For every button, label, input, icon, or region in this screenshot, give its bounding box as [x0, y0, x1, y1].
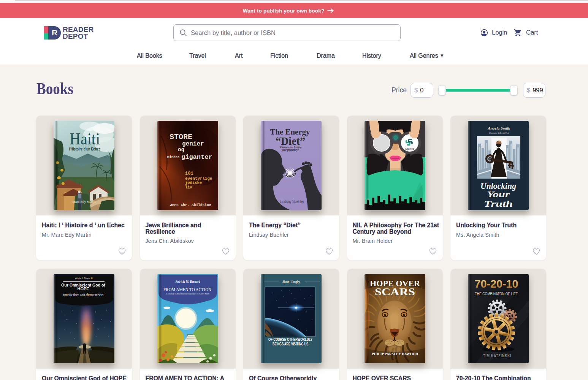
svg-text:PHILIP PARSLEY DAWOOD: PHILIP PARSLEY DAWOOD [372, 352, 418, 356]
svg-text:BEINGS ARE VISITING US: BEINGS ARE VISITING US [273, 342, 308, 346]
svg-text:genier: genier [182, 141, 204, 147]
svg-text:Patricia M. Bernard: Patricia M. Bernard [175, 279, 200, 283]
svg-text:70-20-10: 70-20-10 [475, 277, 518, 290]
svg-text:HOPE: HOPE [78, 287, 89, 291]
svg-text:How far does God choose to see: How far does God choose to see? [63, 293, 104, 297]
svg-text:SCARS: SCARS [375, 286, 415, 298]
svg-text:Marc Edy Martin: Marc Edy Martin [73, 200, 96, 204]
svg-text:THE COMBINATON OF LIFE: THE COMBINATON OF LIFE [475, 292, 518, 296]
svg-text:A Journey from Unanswered Pray: A Journey from Unanswered Prayers to Act… [165, 292, 209, 295]
svg-text:Illustrator R.D. McNeal: Illustrator R.D. McNeal [489, 132, 509, 134]
svg-text:Truth: Truth [484, 199, 513, 209]
svg-text:Lindsay Buehler: Lindsay Buehler [280, 199, 304, 204]
svg-text:OF COURSE OTHERWORLDLY: OF COURSE OTHERWORLDLY [268, 337, 312, 342]
svg-text:jødiske: jødiske [185, 180, 202, 185]
svg-text:Spines: Spines [405, 147, 414, 150]
svg-text:101: 101 [185, 171, 193, 176]
svg-text:FROM AMEN TO ACTION: FROM AMEN TO ACTION [163, 287, 212, 292]
svg-text:Alston - Langley: Alston - Langley [282, 280, 300, 284]
svg-text:Your: Your [487, 189, 510, 199]
svg-text:og: og [178, 147, 184, 153]
svg-text:Wade L Davis III: Wade L Davis III [75, 277, 93, 280]
svg-text:Haiti: Haiti [70, 129, 100, 148]
svg-text:TIM KATZINSKI: TIM KATZINSKI [483, 354, 511, 358]
svg-text:Jens Chr. Abildskov: Jens Chr. Abildskov [170, 203, 211, 207]
svg-text:giganter: giganter [181, 154, 212, 161]
svg-text:Angela Smith: Angela Smith [487, 126, 510, 130]
svg-text:liv: liv [185, 185, 192, 190]
svg-text:mindre: mindre [167, 155, 179, 159]
svg-text:l'Histoire d'un Echec: l'Histoire d'un Echec [69, 147, 101, 151]
svg-text:your frequency?: your frequency? [282, 148, 299, 152]
